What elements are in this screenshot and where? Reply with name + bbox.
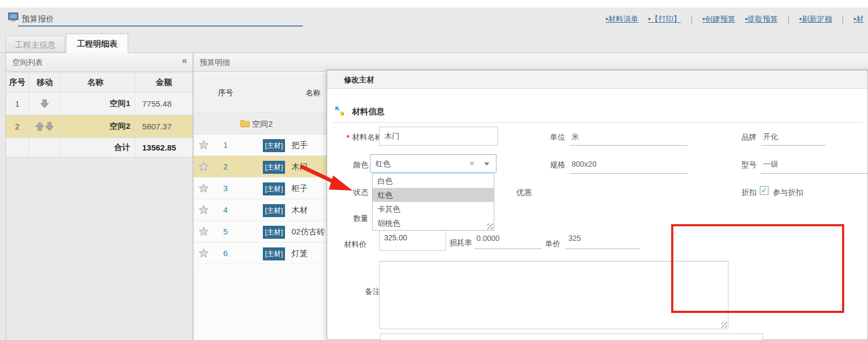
- tab-project-detail-sheet[interactable]: 工程明细表: [66, 34, 128, 53]
- favorite-star-icon[interactable]: [198, 205, 209, 215]
- row-no: 1: [216, 140, 235, 149]
- color-combobox[interactable]: 红色 ×: [370, 154, 496, 173]
- brand-label: 品牌: [741, 133, 757, 142]
- link-create-budget[interactable]: •创建预算: [703, 15, 736, 23]
- spec-label: 规格: [550, 160, 565, 170]
- list-item[interactable]: 3 [主材] 柜子: [194, 178, 327, 199]
- model-label: 型号: [741, 160, 757, 170]
- dropdown-option-walnut[interactable]: 胡桃色: [373, 216, 494, 230]
- brand-input[interactable]: 开化: [763, 132, 778, 142]
- tab-project-main-info[interactable]: 工程主信息: [5, 36, 65, 53]
- dialog-titlebar[interactable]: 修改主材: [327, 70, 867, 89]
- col-header-amount: 金额: [135, 73, 193, 92]
- dropdown-option-white[interactable]: 白色: [373, 174, 494, 188]
- link-separator: |: [691, 15, 693, 23]
- budget-detail-header: 预算明细: [194, 53, 327, 72]
- dropdown-option-red-selected[interactable]: 红色: [373, 188, 494, 202]
- favorite-star-icon[interactable]: [198, 248, 209, 258]
- resize-grip-icon[interactable]: [721, 322, 727, 328]
- clear-icon[interactable]: ×: [469, 159, 474, 168]
- move-down-icon[interactable]: [41, 99, 49, 108]
- col-header-name: 名称: [60, 73, 135, 92]
- space-table: 序号 移动 名称 金额 1 空间1 7755.48 2 空间2: [6, 73, 193, 158]
- space-amount: 5807.37: [135, 115, 193, 138]
- status-label: 状态: [353, 188, 368, 198]
- folder-icon: [240, 119, 250, 127]
- table-row[interactable]: 1 空间1 7755.48: [6, 93, 193, 115]
- dialog-title: 修改主材: [344, 75, 374, 85]
- link-refresh-quota[interactable]: •刷新定额: [799, 15, 832, 23]
- item-name: 木门: [291, 162, 308, 172]
- link-material-list[interactable]: •材料清单: [606, 15, 639, 23]
- row-no: 1: [6, 93, 29, 115]
- main-material-badge: [主材]: [263, 182, 285, 195]
- chevron-down-icon[interactable]: [484, 162, 489, 166]
- unit-price-underline: [565, 249, 640, 249]
- list-item-selected[interactable]: 2 [主材] 木门: [194, 156, 327, 178]
- list-item[interactable]: 4 [主材] 木材: [194, 199, 327, 221]
- link-extract-budget[interactable]: •提取预算: [745, 15, 778, 23]
- space-list-header: 空间列表 «: [6, 53, 193, 72]
- collapse-section-icon[interactable]: [335, 106, 344, 116]
- material-name-input[interactable]: 木门: [379, 127, 498, 146]
- spec-input[interactable]: 800x20: [572, 160, 597, 168]
- collapse-panel-icon[interactable]: «: [182, 55, 187, 66]
- main-material-badge: [主材]: [263, 161, 285, 174]
- required-mark: *: [347, 133, 349, 142]
- unit-label: 单位: [550, 133, 565, 142]
- space-list-panel: 空间列表 « 序号 移动 名称 金额 1 空间1 7755.48 2: [5, 53, 193, 340]
- budget-table-header-row: 序号 名称: [194, 73, 327, 113]
- favorite-star-icon[interactable]: [198, 140, 209, 150]
- link-print[interactable]: •【打印】: [648, 15, 681, 23]
- link-truncated[interactable]: •材: [853, 15, 864, 23]
- loss-rate-label: 损耗率: [449, 238, 472, 248]
- favorite-star-icon[interactable]: [198, 161, 209, 172]
- main-material-badge: [主材]: [263, 139, 285, 152]
- space-name: 空间1: [60, 93, 135, 115]
- item-name: 把手: [291, 140, 308, 151]
- section-title: 材料信息: [352, 107, 385, 117]
- promo-label: 优惠: [516, 188, 532, 198]
- list-item[interactable]: 1 [主材] 把手: [194, 134, 327, 156]
- bottom-input-box[interactable]: [380, 334, 763, 340]
- space-name: 空间2: [60, 115, 135, 138]
- page-title: 预算报价: [22, 14, 54, 24]
- app-window: 预算报价 •材料清单 •【打印】 | •创建预算 •提取预算 | •刷新定额 |…: [0, 0, 868, 340]
- app-monitor-icon: [8, 12, 18, 22]
- tabstrip-border: [0, 53, 868, 53]
- loss-rate-input[interactable]: 0.0000: [476, 234, 500, 243]
- material-name-label: 材料名称: [352, 133, 382, 142]
- table-row-selected[interactable]: 2 空间2 5807.37: [6, 115, 193, 138]
- list-item[interactable]: 5 [主材] 02仿古砖: [194, 221, 327, 243]
- item-name: 灯笼: [291, 249, 308, 259]
- link-separator: |: [787, 15, 790, 23]
- unit-price-input[interactable]: 325: [568, 234, 581, 243]
- title-underline: [18, 25, 303, 27]
- favorite-star-icon[interactable]: [198, 183, 209, 193]
- loss-rate-underline: [474, 249, 541, 249]
- remark-textarea[interactable]: [379, 261, 728, 329]
- row-move-cell: [29, 115, 60, 138]
- model-input[interactable]: 一级: [763, 160, 778, 169]
- discount-checkbox-label: 参与折扣: [773, 188, 803, 198]
- group-row[interactable]: 空间2: [194, 114, 327, 134]
- discount-checkbox[interactable]: ✓: [760, 186, 768, 195]
- col-header-no: 序号: [216, 88, 235, 98]
- color-label: 颜色: [353, 160, 368, 170]
- resize-grip-icon[interactable]: [487, 224, 493, 230]
- unit-input[interactable]: 米: [572, 132, 579, 142]
- move-down-icon[interactable]: [45, 122, 54, 131]
- dropdown-option-khaki[interactable]: 卡其色: [373, 202, 494, 216]
- material-price-input[interactable]: 325.00: [379, 230, 446, 251]
- row-no: 4: [216, 205, 235, 214]
- item-name: 02仿古砖: [291, 227, 325, 237]
- row-no: 2: [216, 162, 235, 171]
- model-input-underline: [761, 173, 868, 174]
- budget-panel-header-extension: [327, 53, 868, 70]
- space-list-title: 空间列表: [12, 58, 43, 68]
- favorite-star-icon[interactable]: [198, 226, 209, 237]
- move-up-icon[interactable]: [36, 122, 44, 131]
- list-item[interactable]: 6 [主材] 灯笼: [194, 243, 327, 264]
- link-separator: |: [842, 15, 844, 23]
- space-amount: 7755.48: [135, 93, 193, 115]
